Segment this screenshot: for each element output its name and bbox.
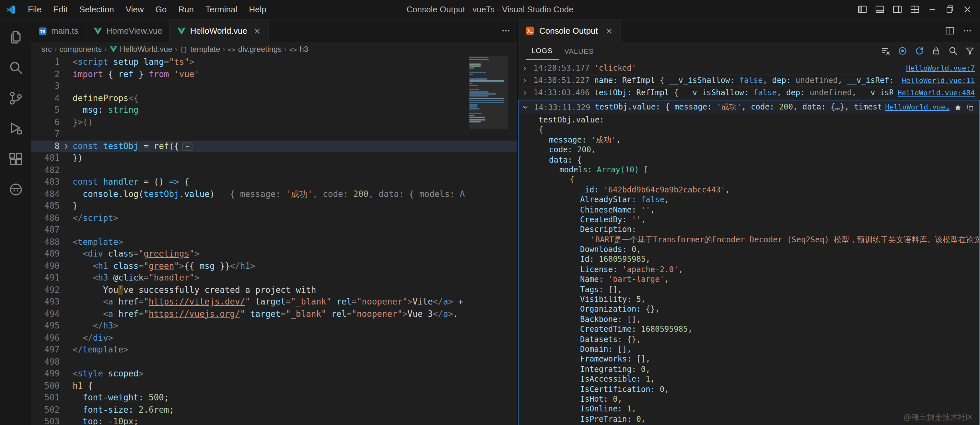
editor-tab-strip: TSmain.tsHomeView.vueHelloWorld.vue	[31, 19, 517, 42]
minimap-line	[469, 100, 504, 101]
code-text	[73, 80, 517, 92]
activity-files[interactable]	[0, 22, 31, 52]
menu-go[interactable]: Go	[150, 0, 173, 19]
tab-HomeView.vue[interactable]: HomeView.vue	[86, 19, 170, 42]
chevron-right-icon[interactable]	[522, 78, 529, 83]
minimap-line	[469, 72, 486, 73]
code-text: h1 {	[73, 380, 517, 392]
minimap-line	[469, 119, 485, 120]
ellipsis-button[interactable]	[963, 26, 972, 36]
activity-search[interactable]	[0, 52, 31, 83]
menu-edit[interactable]: Edit	[47, 0, 73, 19]
expanded-log-entry: 14:33:11.329testObj.value: { message: '成…	[518, 100, 980, 425]
chevron-right-icon	[63, 143, 69, 150]
gutter	[60, 416, 73, 425]
close-icon[interactable]	[254, 27, 261, 35]
watermark: @稀土掘金技术社区	[904, 412, 974, 423]
activity-source-control[interactable]	[0, 83, 31, 113]
gutter	[60, 308, 73, 320]
breadcrumb-item-components[interactable]: components	[59, 45, 102, 54]
log-entry[interactable]: 14:33:11.329testObj.value: { message: '成…	[519, 100, 979, 114]
tab-HelloWorld.vue[interactable]: HelloWorld.vue	[170, 19, 269, 42]
ellipsis-icon	[501, 26, 511, 36]
layout-panel-button[interactable]	[871, 0, 889, 19]
activity-extensions[interactable]	[0, 144, 31, 174]
layout-left-button[interactable]	[854, 0, 871, 19]
log-entry[interactable]: 14:33:03.496testObj: RefImpl { __v_isSha…	[518, 87, 980, 99]
source-link[interactable]: HelloWorld.vue:484	[898, 89, 975, 97]
refresh-icon	[915, 46, 924, 56]
ellipsis-button[interactable]	[501, 26, 511, 36]
menu-view[interactable]: View	[120, 0, 150, 19]
maximize-button[interactable]	[941, 0, 959, 19]
code-text: import { ref } from 'vue'	[73, 68, 517, 80]
refresh-button[interactable]	[915, 46, 924, 56]
log-entry[interactable]: 14:30:51.227name: RefImpl { __v_isShallo…	[518, 75, 980, 87]
chevron-right-icon[interactable]	[522, 90, 529, 95]
minimap[interactable]	[469, 56, 508, 425]
subtab-values[interactable]: VALUES	[558, 42, 600, 60]
activity-console-ninja[interactable]	[0, 174, 31, 205]
tree-line: Domain: [],	[519, 345, 979, 355]
gutter	[60, 68, 73, 80]
tab-console-output[interactable]: Console Output	[518, 19, 621, 42]
tree-line: CreatedTime: 1680595985,	[519, 325, 979, 335]
activity-debug[interactable]	[0, 113, 31, 144]
folded-region-badge[interactable]: ⋯	[183, 141, 193, 151]
search-button[interactable]	[948, 46, 958, 56]
code-text: <a href="https://vuejs.org/" target="_bl…	[73, 308, 517, 320]
close-button[interactable]	[959, 0, 976, 19]
minimap-slider[interactable]	[469, 56, 508, 129]
minimize-button[interactable]	[924, 0, 941, 19]
copy-button[interactable]	[966, 103, 974, 111]
fold-chevron[interactable]	[60, 140, 73, 152]
record-icon	[898, 46, 907, 56]
search-icon	[8, 60, 23, 75]
subtab-logs[interactable]: LOGS	[526, 42, 558, 60]
menu-selection[interactable]: Selection	[73, 0, 120, 19]
layout-grid-button[interactable]	[906, 0, 924, 19]
gutter	[60, 116, 73, 128]
close-icon[interactable]	[606, 27, 614, 35]
chevron-right-icon[interactable]	[522, 65, 529, 71]
line-number: 495	[31, 320, 60, 332]
minimize-icon	[928, 5, 937, 14]
log-entry[interactable]: 14:28:53.177'clicked'HelloWorld.vue:7	[518, 62, 980, 75]
line-number: 502	[31, 404, 60, 416]
source-link[interactable]: HelloWorld.vue…	[885, 103, 950, 111]
code-editor[interactable]: 1<script setup lang="ts">2import { ref }…	[31, 56, 517, 425]
source-link[interactable]: HelloWorld.vue:7	[906, 64, 975, 72]
symbol-icon: <>	[228, 46, 235, 53]
files-icon	[8, 30, 23, 45]
line-number: 499	[31, 368, 60, 380]
clear-icon	[881, 46, 891, 56]
breadcrumb-item-src[interactable]: src	[41, 45, 52, 54]
clear-button[interactable]	[881, 46, 891, 56]
split-editor-button[interactable]	[945, 26, 955, 36]
tree-line: ChineseName: '',	[519, 205, 979, 215]
filter-button[interactable]	[965, 46, 975, 56]
chevron-down-icon[interactable]	[522, 104, 530, 110]
line-number: 493	[31, 296, 60, 308]
breadcrumb-item-div.greetings[interactable]: <>div.greetings	[228, 45, 282, 54]
gutter	[60, 56, 73, 68]
layout-right-button[interactable]	[889, 0, 906, 19]
code-text: const testObj = ref({⋯	[73, 140, 517, 152]
gutter	[60, 212, 73, 224]
breadcrumb-item-template[interactable]: {}template	[180, 45, 220, 54]
code-text	[73, 164, 517, 176]
lock-button[interactable]	[931, 46, 941, 56]
star-icon	[954, 103, 962, 111]
record-button[interactable]	[898, 46, 907, 56]
star-button[interactable]	[954, 103, 962, 111]
source-link[interactable]: HelloWorld.vue:11	[902, 76, 975, 84]
menu-help[interactable]: Help	[243, 0, 272, 19]
code-line: 7	[31, 128, 517, 140]
menu-run[interactable]: Run	[172, 0, 200, 19]
line-number: 4	[31, 92, 60, 104]
menu-file[interactable]: File	[22, 0, 47, 19]
breadcrumb-item-HelloWorld.vue[interactable]: HelloWorld.vue	[109, 45, 172, 54]
tab-main.ts[interactable]: TSmain.ts	[31, 19, 86, 42]
breadcrumb-item-h3[interactable]: <>h3	[289, 45, 308, 54]
menu-terminal[interactable]: Terminal	[200, 0, 243, 19]
